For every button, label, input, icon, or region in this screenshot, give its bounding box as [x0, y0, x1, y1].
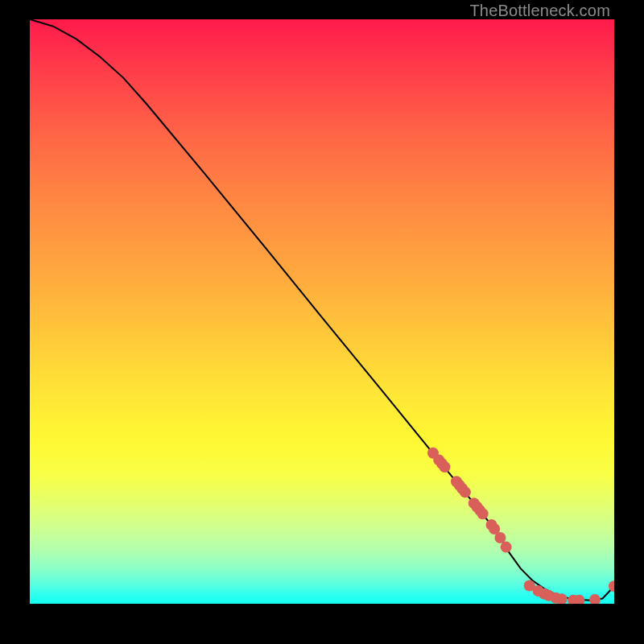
- curve-group: [30, 19, 614, 601]
- highlight-dot: [501, 542, 512, 553]
- highlight-dot: [477, 508, 489, 519]
- chart-stage: TheBottleneck.com: [0, 0, 644, 644]
- bottleneck-curve: [30, 19, 614, 601]
- watermark-text: TheBottleneck.com: [469, 2, 610, 20]
- highlight-dots: [427, 448, 614, 604]
- highlight-dot: [494, 532, 506, 543]
- highlight-dot: [589, 594, 601, 604]
- highlight-dot: [460, 486, 471, 497]
- curve-layer: [30, 19, 614, 604]
- plot-area: [30, 19, 614, 604]
- highlight-dot: [439, 461, 450, 473]
